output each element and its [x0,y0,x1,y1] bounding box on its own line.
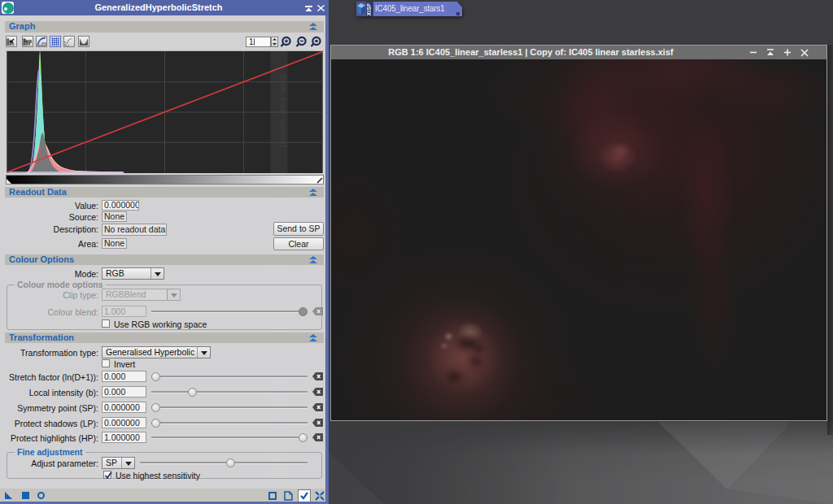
svg-text:log: log [24,38,32,43]
svg-text:1: 1 [249,37,254,46]
